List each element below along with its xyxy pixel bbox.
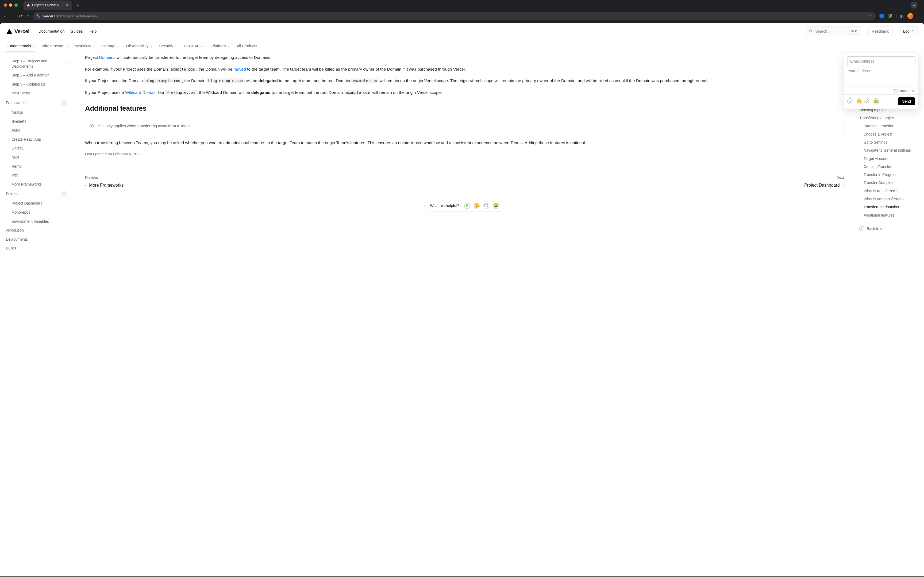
arrow-up-icon: ↑ [859,226,864,231]
sidebar-item-cra[interactable]: Create React App [11,135,70,144]
subnav-infrastructure[interactable]: Infrastructure⌄ [42,44,68,48]
back-to-top[interactable]: ↑ Back to top [859,226,918,231]
emoji-love-icon[interactable]: ☺ [847,98,853,104]
feedback-email-input[interactable] [847,56,915,66]
chevron-down-icon: ⌄ [203,44,204,47]
minimize-window-icon[interactable] [9,3,12,7]
pager-prev[interactable]: Previous ‹More Frameworks [85,175,124,189]
sidebar-item-deployments[interactable]: Deployments› [6,235,70,244]
subnav-security[interactable]: Security⌄ [159,44,177,48]
subnav-platform[interactable]: Platform⌄ [211,44,230,48]
subnav-observability[interactable]: Observability⌄ [126,44,152,48]
zoom-window-icon[interactable] [14,3,18,7]
bookmark-star-icon[interactable]: ☆ [869,14,872,18]
category-nav: Fundamentals⌄ Infrastructure⌄ Workflow⌄ … [0,40,924,52]
feedback-button[interactable]: Feedback [868,26,893,36]
sidebar-item-vite[interactable]: Vite [11,171,70,180]
sidebar-item-nuxt[interactable]: Nuxt [11,153,70,162]
close-tab-icon[interactable]: ✕ [66,3,68,7]
toc-item[interactable]: What is transferred? [859,187,918,195]
emoji-happy-icon[interactable]: 🙂 [856,98,862,104]
toc-item[interactable]: What is not transferred? [859,195,918,203]
toc-item[interactable]: Confirm Transfer [859,163,918,171]
subnav-all-products[interactable]: All Products [237,44,257,48]
emoji-love-icon[interactable]: ☺ [464,203,470,209]
sidebar-item-remix[interactable]: Remix [11,162,70,171]
nav-help[interactable]: Help [89,29,97,34]
search-icon [809,29,813,34]
link-wildcard-domain[interactable]: Wildcard Domain [125,90,157,95]
sidebar-item-step3[interactable]: Step 3 – Collaborate [11,80,70,89]
reload-button[interactable]: ⟳ [19,14,23,19]
browser-tab-active[interactable]: Projects Overview ✕ [24,0,72,10]
kebab-menu-icon[interactable]: ⋮ [917,14,921,18]
markdown-badge-icon: M↓ [893,89,898,92]
sidebar-item-nextjs[interactable]: Next.js [11,108,70,117]
subnav-fundamentals[interactable]: Fundamentals⌄ [6,44,35,48]
send-button[interactable]: Send [898,97,915,105]
chrome-expand-button[interactable]: ⌄ [911,2,918,8]
sidebar-item-next-steps[interactable]: Next Steps [11,89,70,98]
collapse-toggle-icon[interactable]: ⌃ [61,100,68,106]
nav-guides[interactable]: Guides [70,29,83,34]
toc-item[interactable]: Navigate to General settings [859,146,918,154]
subnav-cli-api[interactable]: CLI & API⌄ [184,44,204,48]
link-moved[interactable]: moved [233,67,246,71]
toc-item[interactable]: Transfer Complete [859,179,918,187]
panel-icon[interactable]: ◧ [900,14,904,18]
sidebar-item-builds[interactable]: Builds› [6,244,70,253]
pager-next[interactable]: Next Project Dashboard› [804,175,844,189]
toc-item[interactable]: Go to Settings [859,138,918,146]
link-domains[interactable]: Domains [99,55,116,60]
toc-item[interactable]: Additional features [859,211,918,219]
search-input[interactable]: Search... ⌘ K [806,26,862,36]
sidebar-left: Step 1 – Projects and Deployments› Step … [0,52,72,577]
sidebar-item-gatsby[interactable]: Gatsby [11,144,70,153]
sidebar-item-env-vars[interactable]: Environment Variables› [11,217,70,226]
emoji-cry-icon[interactable]: 😢 [493,203,499,209]
nav-documentation[interactable]: Documentation [39,29,65,34]
sidebar-item-more-frameworks[interactable]: More Frameworks [11,180,70,189]
sidebar-item-step1[interactable]: Step 1 – Projects and Deployments› [11,57,70,71]
toc-item[interactable]: Starting a transfer [859,122,918,130]
emoji-sad-icon[interactable]: ☹ [483,203,489,209]
paragraph: Project Domains will automatically be tr… [85,54,844,61]
emoji-happy-icon[interactable]: 🙂 [474,203,480,209]
vercel-logo[interactable]: Vercel [6,28,29,34]
forward-button[interactable]: → [11,14,16,18]
profile-avatar-icon[interactable] [908,13,913,19]
traffic-lights[interactable] [4,3,18,7]
helpful-widget: Was this helpful? ☺ 🙂 ☹ 😢 [424,200,504,212]
pager-next-label: Next [837,175,844,180]
emoji-cry-icon[interactable]: 😢 [873,98,879,104]
sidebar-item-astro[interactable]: Astro [11,126,70,135]
chevron-down-icon: ⌄ [175,44,177,47]
feedback-textarea[interactable] [847,66,915,86]
chevron-down-icon: ⌄ [117,44,119,47]
sidebar-section-frameworks[interactable]: Frameworks⌃ [6,98,70,108]
extension-icon[interactable] [879,14,884,18]
toc-item[interactable]: Transferring a project [859,114,918,122]
back-button[interactable]: ← [3,14,8,18]
toc-item[interactable]: Transfer in Progress [859,171,918,179]
subnav-storage[interactable]: Storage⌄ [102,44,119,48]
emoji-sad-icon[interactable]: ☹ [864,98,870,104]
sidebar-item-sveltekit[interactable]: SvelteKit [11,117,70,126]
sidebar-item-step2[interactable]: Step 2 – Add a domain› [11,71,70,80]
sidebar-item-vercel-json[interactable]: vercel.json› [6,226,70,235]
toc-item[interactable]: Choose a Project [859,130,918,138]
sidebar-item-project-dashboard[interactable]: Project Dashboard [11,199,70,208]
collapse-toggle-icon[interactable]: ⌃ [61,191,68,197]
toc-item[interactable]: Target Account [859,155,918,163]
extensions-puzzle-icon[interactable]: 🧩 [888,14,892,18]
sidebar-item-monorepos[interactable]: Monorepos› [11,208,70,217]
site-info-icon[interactable]: 🔧 [36,14,41,18]
subnav-workflow[interactable]: Workflow⌄ [75,44,95,48]
toc-item-active[interactable]: Transferring domains [859,203,918,211]
close-window-icon[interactable] [4,3,7,7]
login-button[interactable]: Log In [899,26,918,36]
new-tab-button[interactable]: ＋ [74,2,82,8]
home-button[interactable]: ⌂ [26,14,29,18]
sidebar-section-projects[interactable]: Projects⌃ [6,189,70,199]
address-bar[interactable]: 🔧 vercel.com/docs/projects/overview ☆ [33,12,876,20]
